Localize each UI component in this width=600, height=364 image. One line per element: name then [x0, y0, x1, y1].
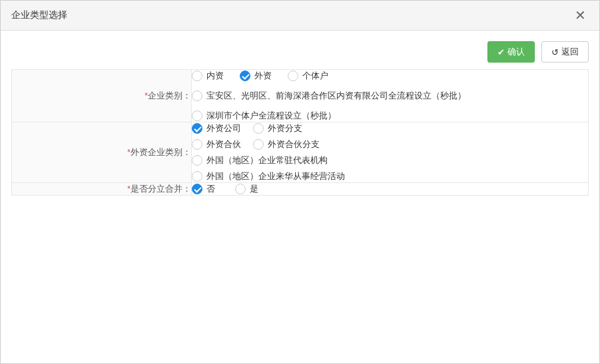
radio-icon	[288, 71, 298, 81]
radio-icon	[192, 139, 202, 150]
radio-icon	[192, 71, 202, 81]
radio-label: 外资公司	[206, 122, 241, 134]
form-row-split-merge: *是否分立合并： 否 是	[12, 183, 589, 196]
radio-no[interactable]: 否	[192, 183, 215, 195]
form-row-foreign-enterprise-category: *外资企业类别： 外资公司 外资分支	[12, 122, 589, 183]
radio-foreign-rep-office[interactable]: 外国（地区）企业常驻代表机构	[192, 154, 588, 166]
radio-label: 外国（地区）企业来华从事经营活动	[206, 170, 345, 182]
row1-label: 企业类别：	[148, 91, 191, 100]
close-icon: ✕	[575, 9, 586, 22]
back-button[interactable]: ↺ 返回	[541, 41, 589, 63]
radio-baoan-flow[interactable]: 宝安区、光明区、前海深港合作区内资有限公司全流程设立（秒批）	[192, 90, 588, 102]
radio-foreign-company[interactable]: 外资公司	[192, 122, 241, 134]
radio-icon	[253, 139, 264, 150]
radio-yes[interactable]: 是	[235, 183, 258, 195]
radio-label: 外资合伙分支	[268, 138, 320, 150]
undo-icon: ↺	[551, 48, 559, 57]
radio-foreign-partnership[interactable]: 外资合伙	[192, 138, 241, 150]
radio-icon	[235, 184, 246, 194]
radio-label: 个体户	[302, 70, 328, 82]
confirm-button[interactable]: ✔ 确认	[487, 41, 535, 63]
radio-icon	[253, 123, 264, 134]
form-content: *企业类别： 内资 外资	[1, 69, 599, 206]
check-icon: ✔	[497, 48, 505, 57]
row3-label: 是否分立合并：	[131, 184, 191, 194]
value-cell: 外资公司 外资分支 外资合伙	[192, 122, 589, 183]
confirm-button-label: 确认	[507, 46, 525, 58]
radio-individual[interactable]: 个体户	[288, 70, 328, 82]
radio-label: 宝安区、光明区、前海深港合作区内资有限公司全流程设立（秒批）	[206, 90, 466, 102]
radio-icon	[192, 123, 202, 134]
label-cell: *外资企业类别：	[12, 122, 192, 183]
label-cell: *是否分立合并：	[12, 183, 192, 196]
radio-foreign[interactable]: 外资	[240, 70, 272, 82]
radio-icon	[240, 71, 250, 81]
label-cell: *企业类别：	[12, 70, 192, 122]
value-cell: 内资 外资 个体户	[192, 70, 589, 122]
back-button-label: 返回	[561, 46, 579, 58]
radio-icon	[192, 91, 202, 101]
radio-domestic[interactable]: 内资	[192, 70, 224, 82]
row2-label: 外资企业类别：	[131, 147, 191, 157]
radio-label: 外资分支	[268, 122, 302, 134]
radio-label: 外国（地区）企业常驻代表机构	[206, 154, 328, 166]
modal-title: 企业类型选择	[11, 9, 67, 21]
radio-foreign-branch[interactable]: 外资分支	[253, 122, 302, 134]
form-table: *企业类别： 内资 外资	[11, 69, 589, 196]
radio-foreign-partnership-branch[interactable]: 外资合伙分支	[253, 138, 320, 150]
radio-label: 外资合伙	[206, 138, 241, 150]
action-bar: ✔ 确认 ↺ 返回	[1, 31, 599, 69]
radio-label: 内资	[206, 70, 224, 82]
radio-icon	[192, 171, 202, 182]
value-cell: 否 是	[192, 183, 589, 196]
form-row-enterprise-category: *企业类别： 内资 外资	[12, 70, 589, 122]
radio-label: 是	[250, 183, 258, 195]
radio-icon	[192, 155, 202, 166]
modal-header: 企业类型选择 ✕	[1, 1, 599, 31]
radio-icon	[192, 184, 202, 194]
radio-label: 深圳市个体户全流程设立（秒批）	[206, 110, 336, 122]
radio-shenzhen-individual-flow[interactable]: 深圳市个体户全流程设立（秒批）	[192, 110, 588, 122]
radio-label: 否	[206, 183, 215, 195]
radio-foreign-business-activity[interactable]: 外国（地区）企业来华从事经营活动	[192, 170, 588, 182]
radio-icon	[192, 110, 202, 121]
close-button[interactable]: ✕	[572, 9, 589, 22]
radio-label: 外资	[254, 70, 272, 82]
